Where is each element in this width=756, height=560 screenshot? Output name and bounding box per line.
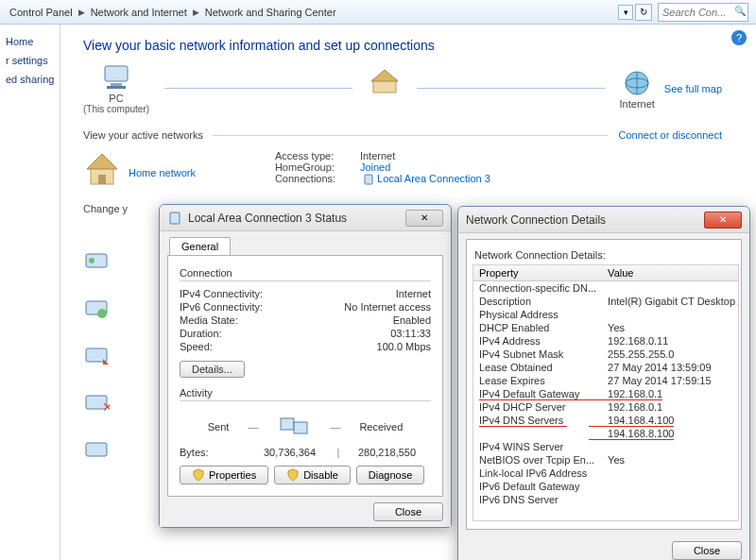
- dialog-title: Local Area Connection 3 Status: [188, 212, 405, 225]
- value-cell: Yes: [602, 453, 739, 467]
- connection-group-title: Connection: [180, 267, 431, 279]
- home-network-link[interactable]: Home network: [129, 167, 196, 178]
- breadcrumb-item[interactable]: Network and Sharing Center: [201, 7, 340, 18]
- access-type-value: Internet: [360, 150, 395, 161]
- task-icon[interactable]: [83, 436, 110, 463]
- property-cell: IPv4 Address: [473, 334, 602, 348]
- received-label: Received: [359, 421, 403, 433]
- bytes-received-value: 280,218,550: [343, 447, 431, 458]
- details-dialog: Network Connection Details ✕ Network Con…: [457, 206, 750, 560]
- shield-icon: [192, 468, 205, 482]
- property-cell: IPv4 WINS Server: [473, 440, 602, 453]
- breadcrumb-item[interactable]: Network and Internet: [87, 7, 191, 18]
- sidebar-item[interactable]: r settings: [4, 51, 56, 70]
- table-row[interactable]: Physical Address: [473, 308, 739, 321]
- sidebar-item[interactable]: ed sharing: [4, 70, 56, 89]
- value-cell: [602, 281, 739, 296]
- property-cell: Link-local IPv6 Address: [473, 467, 602, 480]
- see-full-map-link[interactable]: See full map: [664, 83, 733, 94]
- table-row[interactable]: Connection-specific DN...: [473, 281, 739, 296]
- computer-icon: [99, 62, 133, 93]
- svg-rect-11: [365, 175, 372, 184]
- details-button[interactable]: Details...: [180, 361, 245, 378]
- value-cell: 27 May 2014 17:59:15: [602, 374, 739, 387]
- table-row[interactable]: IPv4 Subnet Mask255.255.255.0: [473, 348, 739, 361]
- close-button[interactable]: ✕: [405, 210, 443, 227]
- value-cell: 192.168.0.11: [602, 334, 739, 348]
- task-icon[interactable]: [83, 247, 110, 274]
- close-dialog-button[interactable]: Close: [373, 502, 443, 521]
- shield-icon: [286, 468, 300, 482]
- svg-rect-2: [107, 86, 126, 89]
- map-pc-sublabel: (This computer): [83, 104, 149, 114]
- property-cell: IPv4 DHCP Server: [473, 400, 602, 414]
- value-cell: [602, 308, 739, 321]
- svg-marker-9: [87, 154, 117, 169]
- col-value[interactable]: Value: [602, 265, 739, 281]
- table-row[interactable]: NetBIOS over Tcpip En...Yes: [473, 453, 739, 467]
- help-icon[interactable]: ?: [731, 30, 747, 45]
- refresh-button[interactable]: ↻: [635, 4, 652, 21]
- diagnose-button[interactable]: Diagnose: [356, 466, 424, 484]
- value-cell: [602, 480, 739, 493]
- col-property[interactable]: Property: [473, 265, 602, 281]
- table-row[interactable]: DescriptionIntel(R) Gigabit CT Desktop A…: [473, 295, 739, 308]
- breadcrumb-item[interactable]: Control Panel: [6, 7, 77, 18]
- table-row[interactable]: 194.168.8.100: [473, 427, 739, 440]
- status-row-value: Internet: [396, 288, 431, 299]
- value-cell: 255.255.255.0: [602, 348, 739, 361]
- close-dialog-button[interactable]: Close: [672, 541, 742, 560]
- adapter-icon: [167, 211, 182, 226]
- table-row[interactable]: IPv4 DNS Servers194.168.4.100: [473, 414, 739, 427]
- globe-icon: [620, 68, 654, 98]
- table-row[interactable]: Lease Obtained27 May 2014 13:59:09: [473, 361, 739, 374]
- property-cell: IPv4 Subnet Mask: [473, 348, 602, 361]
- table-row[interactable]: IPv6 Default Gateway: [473, 480, 739, 493]
- connection-link[interactable]: Local Area Connection 3: [377, 173, 490, 184]
- property-cell: Physical Address: [473, 308, 602, 321]
- table-row[interactable]: Lease Expires27 May 2014 17:59:15: [473, 374, 739, 387]
- disable-button[interactable]: Disable: [274, 466, 351, 484]
- connect-disconnect-link[interactable]: Connect or disconnect: [608, 129, 733, 141]
- table-row[interactable]: IPv4 Default Gateway192.168.0.1: [473, 387, 739, 400]
- table-row[interactable]: IPv4 DHCP Server192.168.0.1: [473, 400, 739, 414]
- sidebar-item[interactable]: Home: [4, 32, 56, 51]
- map-gateway: [368, 68, 402, 110]
- homegroup-link[interactable]: Joined: [360, 161, 390, 173]
- value-cell: [602, 493, 739, 506]
- search-icon: 🔍: [734, 6, 746, 16]
- svg-rect-1: [111, 83, 122, 86]
- dropdown-button[interactable]: ▾: [618, 5, 633, 20]
- svg-text:✕: ✕: [102, 399, 110, 415]
- status-row-value: 03:11:33: [390, 328, 431, 339]
- value-cell: 194.168.8.100: [602, 427, 739, 440]
- property-cell: IPv4 DNS Servers: [473, 414, 602, 427]
- value-cell: 194.168.4.100: [602, 414, 739, 427]
- sidebar: Home r settings ed sharing: [0, 25, 60, 560]
- property-cell: [473, 427, 602, 440]
- table-row[interactable]: IPv6 DNS Server: [473, 493, 739, 506]
- properties-button[interactable]: Properties: [180, 466, 268, 484]
- value-cell: [602, 467, 739, 480]
- dialog-title: Network Connection Details: [466, 213, 704, 227]
- status-row-value: No Internet access: [344, 301, 431, 313]
- property-cell: DHCP Enabled: [473, 321, 602, 334]
- bytes-sent-value: 30,736,364: [246, 447, 334, 458]
- table-row[interactable]: IPv4 WINS Server: [473, 440, 739, 453]
- table-row[interactable]: IPv4 Address192.168.0.11: [473, 334, 739, 348]
- task-icon[interactable]: [83, 342, 110, 368]
- status-row-value: 100.0 Mbps: [377, 341, 431, 352]
- close-button[interactable]: ✕: [704, 212, 742, 229]
- status-row-label: Speed:: [180, 341, 377, 352]
- task-icon[interactable]: [83, 295, 110, 321]
- tab-general[interactable]: General: [169, 237, 231, 255]
- map-pc-label: PC: [83, 93, 149, 104]
- task-icon[interactable]: ✕: [83, 389, 110, 416]
- map-internet: Internet: [620, 68, 655, 110]
- table-row[interactable]: DHCP EnabledYes: [473, 321, 739, 334]
- status-row-label: Duration:: [180, 328, 390, 339]
- svg-rect-10: [98, 175, 106, 184]
- status-row-label: IPv4 Connectivity:: [180, 288, 396, 299]
- property-cell: Connection-specific DN...: [473, 281, 602, 296]
- table-row[interactable]: Link-local IPv6 Address: [473, 467, 739, 480]
